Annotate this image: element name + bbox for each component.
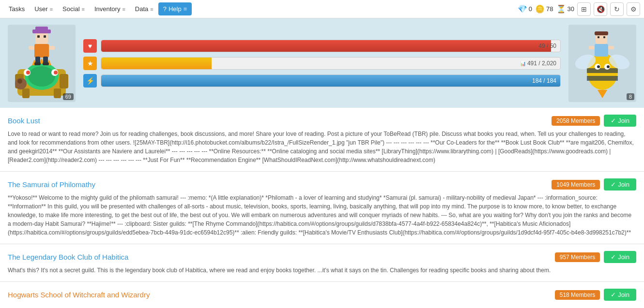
gem-count: 0 (529, 5, 532, 13)
legendary-members: 957 Members (555, 252, 600, 262)
svg-point-6 (28, 66, 55, 87)
guild-name-hogwarts: Hogwarts School of Witchcraft and Wizard… (8, 291, 150, 299)
stats-area: ♥ 49 / 50 ★ 📊 491 / 2,020 ⚡ 184 / 184 (83, 39, 561, 88)
svg-rect-24 (34, 62, 41, 65)
svg-rect-18 (37, 35, 40, 38)
nav-data[interactable]: Data ≡ (130, 2, 158, 15)
sound-button[interactable]: 🔇 (594, 2, 607, 16)
svg-marker-37 (598, 90, 607, 98)
svg-rect-21 (49, 46, 55, 50)
guild-right-legendary: 957 Members ✓ Join (555, 251, 636, 263)
guild-right-hogwarts: 518 Members ✓ Join (555, 289, 636, 301)
tasks-label: Tasks (9, 5, 25, 13)
samurai-join-button[interactable]: ✓ Join (604, 178, 636, 191)
svg-rect-19 (44, 35, 46, 38)
join-check-icon3: ✓ (611, 253, 616, 261)
svg-rect-3 (22, 88, 30, 98)
gold-icon: 🪙 (535, 4, 545, 14)
mp-bar-wrap: 184 / 184 (101, 74, 561, 87)
svg-rect-38 (595, 44, 608, 57)
mp-bar (101, 75, 560, 87)
data-menu-icon: ≡ (150, 6, 153, 12)
xp-bar (101, 58, 212, 69)
guild-list: Book Lust 2058 Members ✓ Join Love to re… (0, 108, 644, 308)
gems-display: 💎 0 (518, 4, 532, 14)
hogwarts-members: 518 Members (555, 290, 600, 300)
xp-label: 📊 491 / 2,020 (520, 60, 556, 67)
guild-item-legendary: The Legendary Book Club of Habitica 957 … (0, 244, 644, 282)
avatar-box: 69 (8, 25, 76, 102)
svg-rect-4 (54, 88, 61, 98)
svg-point-34 (597, 65, 600, 68)
nav-tasks[interactable]: Tasks (4, 2, 30, 15)
user-menu-icon: ≡ (50, 6, 53, 12)
xp-icon: ★ (83, 57, 97, 70)
svg-rect-17 (35, 27, 48, 31)
avatar-level: 69 (63, 93, 74, 100)
mp-row: ⚡ 184 / 184 (83, 74, 561, 88)
join-check-icon: ✓ (611, 117, 616, 124)
svg-rect-43 (589, 46, 595, 49)
guild-right-samurai: 1049 Members ✓ Join (552, 178, 636, 191)
hp-row: ♥ 49 / 50 (83, 39, 561, 53)
guild-header-book-lust: Book Lust 2058 Members ✓ Join (8, 115, 636, 127)
mp-icon: ⚡ (83, 74, 97, 88)
legendary-join-button[interactable]: ✓ Join (604, 251, 636, 263)
hp-label: 49 / 50 (538, 43, 556, 49)
gem-icon: 💎 (518, 4, 527, 14)
book-lust-members: 2058 Members (552, 116, 600, 126)
party-sprite (571, 26, 634, 101)
gold-count: 78 (546, 5, 553, 13)
hp-icon: ♥ (83, 39, 97, 53)
svg-rect-40 (595, 31, 608, 35)
party-level: 8 (627, 93, 634, 100)
nav-social[interactable]: Social ≡ (58, 2, 90, 15)
nav-help[interactable]: ? Help ≡ (158, 2, 192, 15)
hourglass-icon: ⏳ (556, 4, 566, 14)
nav-inventory[interactable]: Inventory ≡ (90, 2, 130, 15)
book-lust-join-button[interactable]: ✓ Join (604, 115, 636, 127)
hogwarts-join-button[interactable]: ✓ Join (604, 289, 636, 301)
svg-point-27 (17, 79, 22, 84)
social-menu-icon: ≡ (82, 6, 85, 12)
nav-user[interactable]: User ≡ (30, 2, 58, 15)
svg-rect-25 (43, 62, 49, 65)
user-label: User (34, 5, 47, 13)
svg-rect-44 (608, 46, 614, 49)
svg-rect-42 (603, 36, 605, 38)
xp-bar-wrap: 📊 491 / 2,020 (101, 57, 561, 70)
guild-desc-book-lust: Love to read or want to read more? Join … (8, 130, 636, 164)
avatar-sprite (10, 26, 73, 101)
join-check-icon2: ✓ (611, 181, 616, 188)
svg-rect-30 (587, 76, 618, 81)
party-box: 8 (568, 25, 636, 102)
svg-rect-29 (587, 68, 618, 73)
guild-desc-samurai: **Yokoso!** Welcome to the mighty guild … (8, 193, 636, 237)
guild-header-legendary: The Legendary Book Club of Habitica 957 … (8, 251, 636, 263)
refresh-button[interactable]: ↻ (610, 2, 624, 16)
inventory-label: Inventory (94, 5, 120, 13)
help-menu-icon: ≡ (184, 5, 187, 13)
nav-right: 💎 0 🪙 78 ⏳ 30 ⊞ 🔇 ↻ ⚙ (518, 2, 640, 16)
hourglass-display: ⏳ 30 (556, 4, 574, 14)
hourglass-count: 30 (567, 5, 574, 13)
inventory-grid-button[interactable]: ⊞ (577, 2, 591, 16)
guild-name-legendary: The Legendary Book Club of Habitica (8, 253, 128, 261)
join-check-icon4: ✓ (611, 291, 616, 298)
guild-name-book-lust: Book Lust (8, 117, 40, 125)
svg-point-10 (54, 71, 58, 74)
svg-rect-20 (29, 46, 34, 50)
inventory-menu-icon: ≡ (122, 6, 125, 12)
mp-label: 184 / 184 (532, 77, 556, 84)
gold-display: 🪙 78 (535, 4, 553, 14)
svg-rect-15 (35, 32, 48, 44)
guild-desc-legendary: What's this? It's not a secret guild. Th… (8, 266, 636, 275)
hp-bar (101, 40, 551, 52)
svg-point-36 (607, 65, 610, 68)
svg-rect-14 (34, 44, 49, 58)
data-label: Data (135, 5, 148, 13)
guild-item-book-lust: Book Lust 2058 Members ✓ Join Love to re… (0, 108, 644, 172)
settings-button[interactable]: ⚙ (627, 2, 640, 16)
guild-header-samurai: The Samurai of Philomathy 1049 Members ✓… (8, 178, 636, 191)
help-label: Help (169, 5, 182, 13)
